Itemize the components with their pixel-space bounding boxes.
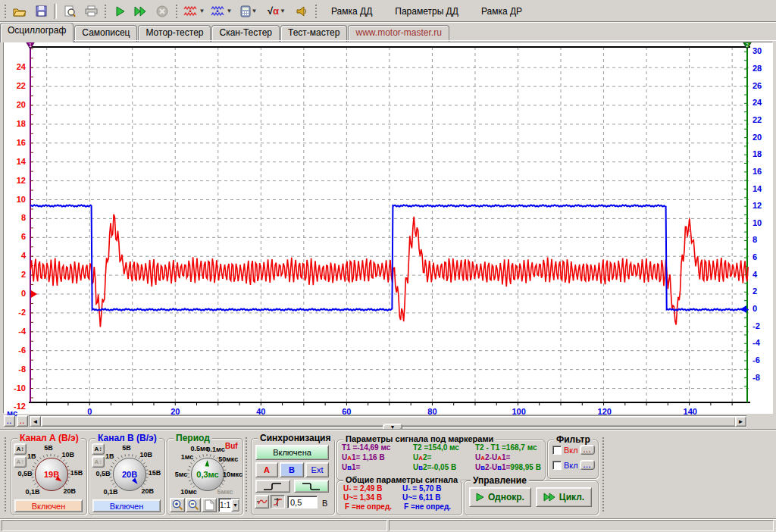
period-knob[interactable]: 0,3мс10мс5мс1мс0.5мс0.1мс50мкс10мкс5мкс — [167, 446, 242, 498]
filter-b-more-button[interactable]: ... — [580, 460, 595, 470]
knob-scale-label: 1В — [27, 452, 36, 460]
app-window: ▼ ▼ ▼ √α▼ Рамка ДД Параметры ДД Рамка ДР… — [0, 0, 776, 532]
y-axis-b-label: -6 — [753, 355, 760, 365]
ramka-dd-button[interactable]: Рамка ДД — [324, 1, 379, 22]
calculator-icon — [240, 5, 251, 17]
channel-b-group: Канал В (В/э) 20В0,1В0,5В1В5В10В15В20В A… — [89, 438, 165, 515]
scroll-right-button[interactable]: ► — [735, 416, 746, 427]
general-params-group: Общие параметры сигнала U- = 2,49 В U~= … — [336, 480, 462, 515]
y-axis-b-label: -2 — [753, 321, 760, 330]
knob-scale-label: 0,5В — [17, 470, 32, 477]
y-axis-a-label: 20 — [17, 100, 26, 109]
knob-scale-label: 15В — [149, 469, 161, 477]
start-fast-button[interactable] — [131, 2, 151, 20]
sync-source-a-button[interactable]: А — [255, 462, 278, 477]
y-axis-b-label: -8 — [753, 373, 760, 382]
calculator-menu-button[interactable]: ▼ — [236, 2, 261, 20]
params-dd-button[interactable]: Параметры ДД — [388, 1, 465, 22]
marker-b-scroll-button[interactable]: .. — [4, 415, 15, 427]
marker-params-group: Параметры сигнала под маркерами T1 =-14,… — [336, 440, 546, 480]
knob-scale-label: 10мкс — [223, 471, 242, 478]
ratio-dropdown-arrow[interactable]: ▼ — [231, 499, 239, 512]
marker-a-scroll-button[interactable]: .. — [17, 415, 28, 427]
print-button[interactable] — [81, 2, 101, 20]
y-axis-a-label: -8 — [18, 365, 26, 374]
print-preview-button[interactable] — [60, 2, 80, 20]
cycle-run-button[interactable]: Цикл. — [536, 487, 592, 507]
ch-b-ac-value: U~= 6,11 В — [402, 493, 441, 502]
panel-grip[interactable] — [4, 437, 8, 512]
open-file-button[interactable] — [10, 2, 30, 20]
zoom-in-icon — [172, 499, 183, 511]
zoom-in-button[interactable] — [170, 498, 185, 512]
sound-button[interactable] — [292, 2, 311, 20]
period-title: Период — [174, 433, 212, 443]
knob-scale-label: 10В — [139, 451, 152, 458]
marker-param-cell: UВ2=-0,05 В — [413, 463, 456, 471]
y-axis-b-label: 6 — [753, 252, 757, 261]
toolbar-grip[interactable] — [175, 4, 178, 19]
scale-ratio-select[interactable]: 1:1 ▼ — [218, 498, 240, 512]
panel-grip[interactable] — [245, 437, 249, 512]
single-run-button[interactable]: Однокр. — [469, 487, 531, 507]
sync-source-ext-button[interactable]: Ext — [305, 462, 329, 477]
toolbar-separator — [54, 4, 57, 19]
y-axis-b-label: 20 — [753, 133, 762, 142]
y-axis-b-label: 24 — [753, 98, 762, 107]
zoom-out-icon — [188, 499, 199, 511]
sync-enabled-button[interactable]: Включена — [255, 445, 329, 460]
channel-b-enabled-button[interactable]: Включен — [92, 499, 161, 512]
autoscale-a-button[interactable]: A↕ — [14, 443, 27, 455]
sync-falling-edge-button[interactable] — [294, 480, 329, 493]
toolbar-grip[interactable] — [4, 4, 7, 19]
dropdown-arrow-icon: ▼ — [227, 8, 233, 14]
knob-value[interactable]: 19В — [35, 458, 68, 491]
filter-a-more-button[interactable]: ... — [580, 445, 595, 455]
toolbar-grip[interactable] — [104, 4, 107, 19]
toolbar-grip[interactable] — [314, 4, 318, 19]
channel-a-enabled-button[interactable]: Включен — [14, 499, 83, 512]
printer-icon — [85, 5, 98, 17]
sync-rising-edge-button[interactable] — [255, 480, 290, 493]
filter-a-label: Вкл — [564, 446, 578, 455]
math-menu-button[interactable]: √α▼ — [263, 2, 290, 20]
panel-grip[interactable] — [602, 437, 605, 512]
marker-param-cell: T1 =-14,69 мс — [342, 443, 390, 452]
y-axis-a-label: 8 — [21, 213, 26, 222]
dropdown-arrow-icon: ▼ — [252, 8, 258, 14]
autoscale-a2-button[interactable]: A↕ — [14, 456, 27, 468]
y-axis-b-label: 0 — [753, 304, 757, 313]
status-panel-left — [2, 520, 387, 531]
start-button[interactable] — [110, 2, 130, 20]
save-file-button[interactable] — [31, 2, 51, 20]
sync-level-input[interactable] — [287, 496, 318, 509]
zoom-out-button[interactable] — [186, 498, 201, 512]
autoscale-b-button[interactable]: A↕ — [92, 443, 105, 455]
buffer-mode-label: Buf — [225, 442, 238, 450]
stop-button[interactable] — [152, 2, 172, 20]
y-axis-b-label: -4 — [753, 338, 760, 347]
knob-value[interactable]: 20В — [113, 458, 146, 491]
tab-0[interactable]: Осциллограф — [0, 23, 74, 42]
y-axis-a-label: 6 — [21, 232, 26, 241]
new-view-button[interactable] — [202, 498, 217, 512]
knob-scale-label: 5В — [122, 444, 131, 452]
filter-a-checkbox[interactable] — [552, 446, 562, 455]
sync-level-cross-button[interactable] — [271, 495, 285, 509]
blue-signal-menu-button[interactable]: ▼ — [208, 2, 234, 20]
marker-param-cell: T2 - T1 =168,7 мс — [475, 443, 537, 452]
play-icon — [476, 493, 484, 502]
print-preview-icon — [64, 5, 76, 17]
filter-b-checkbox[interactable] — [552, 461, 562, 470]
red-signal-menu-button[interactable]: ▼ — [181, 2, 207, 20]
knob-scale-label: 10мс — [180, 488, 197, 496]
sync-by-level-button[interactable] — [255, 495, 269, 509]
autoscale-b2-button[interactable]: A↕ — [92, 456, 105, 468]
scroll-left-button[interactable]: ◄ — [30, 416, 41, 427]
knob-scale-label: 0.1мс — [207, 446, 225, 453]
knob-scale-label: 0,1В — [25, 488, 39, 496]
oscilloscope-plot[interactable]: 12 242220181614121086420-2-4-6-8-10-1230… — [3, 42, 773, 414]
stop-icon — [156, 5, 168, 17]
sync-source-b-button[interactable]: В — [280, 462, 304, 477]
ramka-dr-button[interactable]: Рамка ДР — [474, 1, 529, 22]
